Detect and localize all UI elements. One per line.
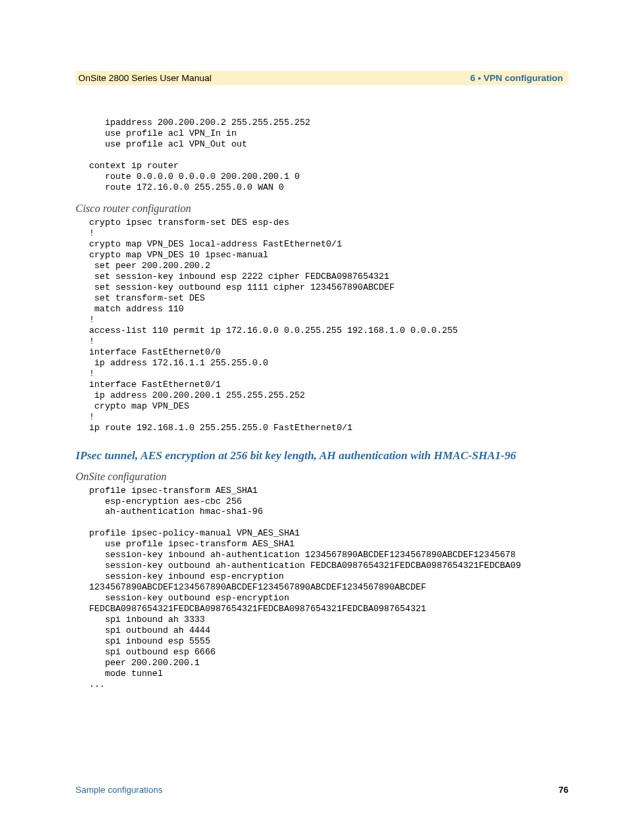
page-number: 76 (559, 785, 568, 795)
footer-left: Sample configurations (76, 785, 163, 795)
footer: Sample configurations 76 (76, 785, 568, 795)
header-left: OnSite 2800 Series User Manual (78, 73, 211, 83)
subheading-onsite: OnSite configuration (76, 471, 568, 483)
page: OnSite 2800 Series User Manual 6 • VPN c… (0, 0, 644, 834)
header-bar: OnSite 2800 Series User Manual 6 • VPN c… (76, 71, 568, 85)
code-block-2: crypto ipsec transform-set DES esp-des !… (89, 217, 568, 434)
code-block-3: profile ipsec-transform AES_SHA1 esp-enc… (89, 486, 568, 691)
subheading-cisco: Cisco router configuration (76, 203, 568, 215)
code-block-1: ipaddress 200.200.200.2 255.255.255.252 … (89, 118, 568, 193)
header-right: 6 • VPN configuration (471, 73, 564, 83)
section-heading: IPsec tunnel, AES encryption at 256 bit … (76, 448, 568, 464)
